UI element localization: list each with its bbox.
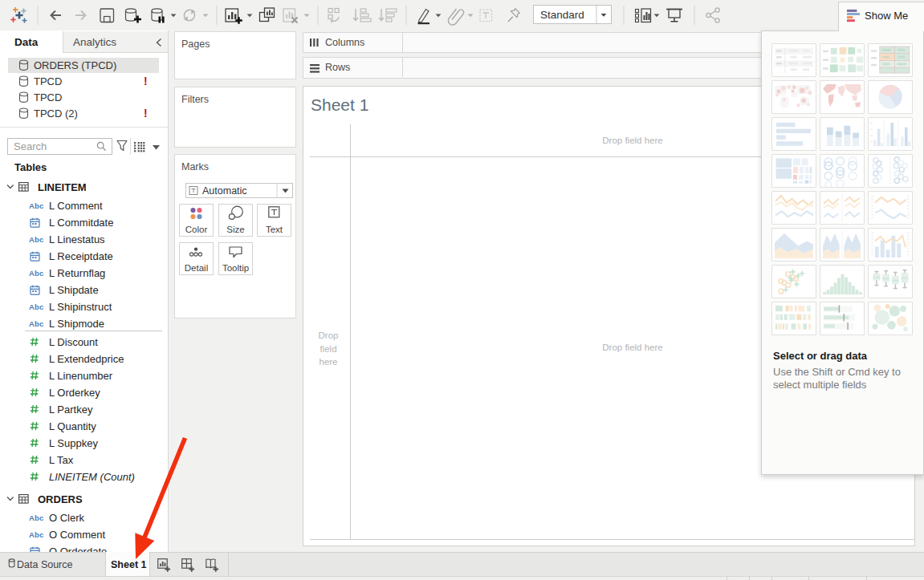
svg-text:Standard: Standard [540, 9, 584, 21]
svg-text:Automatic: Automatic [202, 185, 247, 197]
svg-text:Show Me: Show Me [865, 10, 908, 22]
